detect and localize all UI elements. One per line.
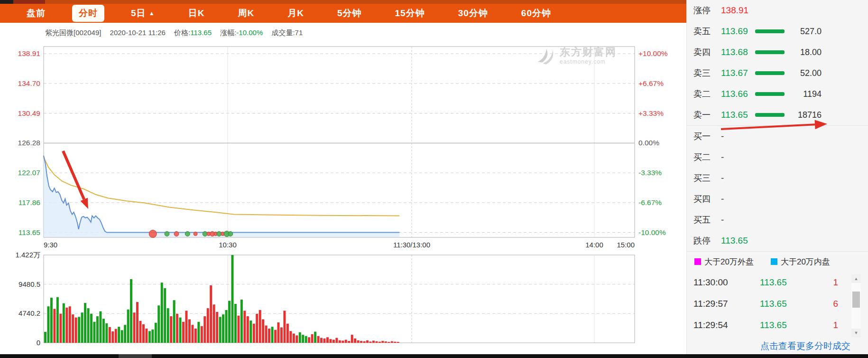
tab-5min[interactable]: 5分钟: [331, 5, 369, 22]
trade-list: 11:30:00 113.65 1 11:29:57 113.65 6 11:2…: [687, 272, 868, 336]
order-book-row-label: 涨停: [693, 5, 721, 16]
tab-5day-label: 5日: [131, 8, 146, 18]
scrollbar-track[interactable]: [851, 283, 861, 329]
order-book-row: 卖三 113.67 52.00: [687, 63, 868, 84]
trade-row: 11:29:57 113.65 6: [687, 293, 868, 314]
depth-bar: [755, 113, 785, 117]
trade-list-scrollbar: ▲ ▼: [851, 274, 861, 337]
order-book-row: 卖四 113.68 18.00: [687, 42, 868, 63]
depth-bar: [755, 92, 785, 96]
order-book-row-price: -: [721, 152, 755, 162]
stock-quote-page: 盘前 分时 5日 ▲ 日K 周K 月K 5分钟 15分钟 30分钟 60分钟 紫…: [0, 0, 868, 358]
order-book-row-label: 买二: [693, 151, 721, 163]
legend-large-sell: 大于20万内盘: [771, 256, 830, 267]
tab-monthly-k[interactable]: 月K: [281, 5, 311, 22]
order-book-row-label: 跌停: [693, 235, 721, 246]
chart-period-toolbar: 盘前 分时 5日 ▲ 日K 周K 月K 5分钟 15分钟 30分钟 60分钟: [0, 4, 686, 23]
order-book-row: 卖二 113.66 1194: [687, 84, 868, 104]
order-book-row-price: 113.66: [721, 89, 755, 99]
triangle-up-icon: ▲: [149, 10, 155, 17]
order-book-row-price: 113.69: [721, 26, 755, 37]
order-book-row-price: 113.65: [721, 236, 755, 246]
order-book-row-qty: 18.00: [788, 47, 868, 57]
order-book-row-price: -: [721, 194, 755, 204]
depth-bar: [755, 29, 785, 33]
order-book-row-price: 138.91: [721, 5, 755, 16]
cyan-swatch-icon: [771, 258, 777, 265]
trade-price: 113.65: [760, 299, 812, 309]
tab-30min[interactable]: 30分钟: [452, 5, 495, 22]
order-book-row: 买五 -: [687, 209, 868, 230]
order-book-row: 买三 -: [687, 168, 868, 188]
order-book-row-label: 买四: [693, 193, 721, 205]
order-book-row-price: 113.68: [721, 47, 755, 57]
depth-bar: [755, 50, 785, 54]
magenta-swatch-icon: [694, 258, 701, 265]
depth-bar: [755, 71, 785, 75]
order-book-row: 买四 -: [687, 188, 868, 209]
order-book-row-label: 买三: [693, 172, 721, 184]
tab-time-share[interactable]: 分时: [72, 5, 104, 22]
order-book-row-qty: 52.00: [788, 68, 868, 78]
trade-qty: 1: [812, 277, 838, 288]
top-strip-dark-segment: [0, 0, 13, 4]
legend-large-buy-label: 大于20万外盘: [704, 256, 754, 267]
order-book-row: 买二 -: [687, 147, 868, 168]
order-book-row-qty: 527.0: [788, 27, 868, 37]
top-strip-red-segment: [13, 0, 45, 4]
trade-legend: 大于20万外盘 大于20万内盘: [687, 252, 868, 272]
order-book-row-label: 卖四: [693, 47, 721, 58]
legend-large-buy: 大于20万外盘: [694, 256, 754, 267]
order-book-row: 卖一 113.65 18716: [687, 104, 868, 125]
trade-time: 11:30:00: [693, 277, 760, 288]
scroll-down-button[interactable]: ▼: [851, 329, 861, 337]
order-book-row-label: 买一: [693, 131, 721, 142]
trade-price: 113.65: [760, 277, 812, 288]
tab-daily-k[interactable]: 日K: [182, 5, 212, 22]
trade-time: 11:29:54: [693, 320, 760, 330]
order-book-row: 跌停 113.65: [687, 230, 868, 251]
order-book-row-price: 113.67: [721, 68, 755, 78]
order-book-row: 卖五 113.69 527.0: [687, 21, 868, 42]
order-book-row: 涨停 138.91: [687, 0, 868, 21]
top-strip: [0, 0, 686, 4]
tab-pre-market[interactable]: 盘前: [20, 5, 52, 22]
trade-qty: 6: [812, 299, 838, 309]
order-book-row-label: 卖三: [693, 67, 721, 79]
time-share-chart[interactable]: [0, 23, 686, 354]
order-book-row-label: 卖一: [693, 109, 721, 121]
trade-qty: 1: [812, 320, 838, 330]
scroll-up-button[interactable]: ▲: [851, 274, 861, 283]
order-book-row-price: -: [721, 215, 755, 225]
more-trades-link[interactable]: 点击查看更多分时成交: [687, 340, 850, 352]
order-book-row-price: -: [721, 131, 755, 141]
order-book-row-label: 卖五: [693, 26, 721, 37]
order-book-row-price: 113.65: [721, 110, 755, 120]
bottom-strip-thumbnail: [119, 354, 152, 358]
order-book-row-qty: 18716: [788, 110, 868, 120]
tab-weekly-k[interactable]: 周K: [231, 5, 261, 22]
order-book-row: 买一 -: [687, 126, 868, 147]
order-book-panel: 涨停 138.91 卖五 113.69 527.0 卖四 113.68 18.0…: [686, 0, 868, 358]
order-book-row-qty: 1194: [788, 89, 868, 99]
tab-15min[interactable]: 15分钟: [388, 5, 432, 22]
scrollbar-thumb[interactable]: [852, 292, 860, 308]
trade-time: 11:29:57: [693, 299, 760, 309]
trade-price: 113.65: [760, 320, 812, 330]
bottom-page-strip: [0, 354, 868, 358]
legend-large-sell-label: 大于20万内盘: [781, 256, 830, 267]
trade-row: 11:30:00 113.65 1: [687, 272, 868, 293]
order-book: 涨停 138.91 卖五 113.69 527.0 卖四 113.68 18.0…: [687, 0, 868, 251]
order-book-row-label: 卖二: [693, 88, 721, 100]
tab-60min[interactable]: 60分钟: [515, 5, 558, 22]
tab-5day[interactable]: 5日 ▲: [124, 5, 162, 22]
order-book-row-label: 买五: [693, 214, 721, 226]
order-book-row-price: -: [721, 173, 755, 183]
trade-row: 11:29:54 113.65 1: [687, 314, 868, 336]
